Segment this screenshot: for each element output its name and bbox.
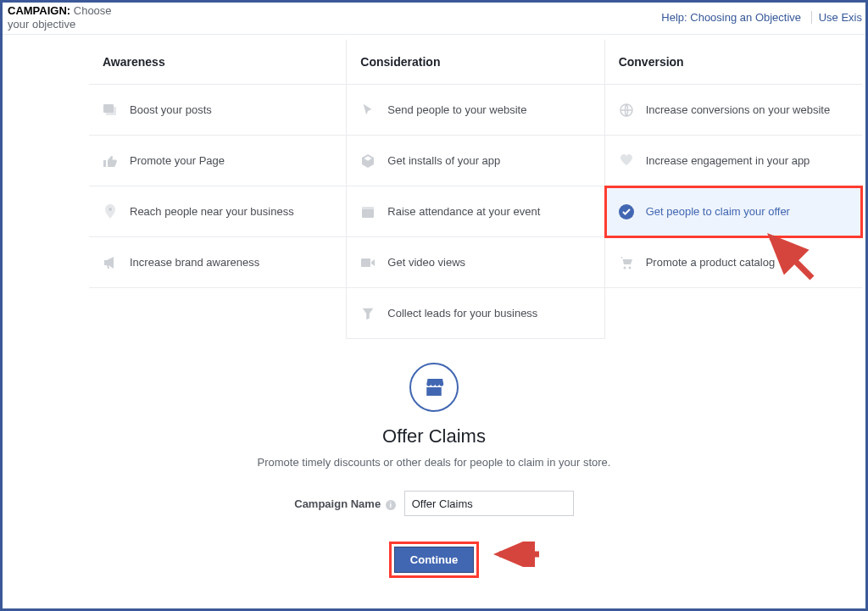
campaign-breadcrumb: CAMPAIGN: Choose your objective [8,4,135,31]
column-conversion: Conversion Increase conversions on your … [605,40,862,339]
option-app-engagement[interactable]: Increase engagement in your app [605,136,862,186]
option-label: Send people to your website [387,103,526,116]
campaign-label: CAMPAIGN: [8,4,70,17]
boost-post-icon [101,101,120,119]
option-promote-page[interactable]: Promote your Page [89,136,346,186]
option-label: Get people to claim your offer [646,205,790,218]
option-label: Promote a product catalog [646,256,775,269]
top-bar: CAMPAIGN: Choose your objective Help: Ch… [3,3,865,35]
detail-subtitle: Promote timely discounts or other deals … [3,456,865,469]
option-label: Get video views [387,256,465,269]
column-header-consideration: Consideration [347,40,604,85]
box-icon [359,152,377,170]
help-link[interactable]: Help: Choosing an Objective [654,11,801,24]
detail-title: Offer Claims [3,425,865,447]
option-collect-leads[interactable]: Collect leads for your business [347,288,604,339]
cart-icon [617,253,636,272]
column-header-conversion: Conversion [605,40,862,85]
option-brand-awareness[interactable]: Increase brand awareness [89,237,346,288]
option-label: Promote your Page [130,154,225,167]
globe-icon [617,101,636,119]
svg-rect-5 [361,258,370,267]
store-icon [409,363,459,412]
info-icon[interactable]: i [386,500,396,510]
column-consideration: Consideration Send people to your websit… [347,40,604,339]
option-app-installs[interactable]: Get installs of your app [347,136,604,186]
app-engage-icon [617,152,636,170]
campaign-name-input[interactable] [404,491,574,516]
option-website-conversions[interactable]: Increase conversions on your website [605,85,862,136]
objective-detail: Offer Claims Promote timely discounts or… [3,363,865,578]
option-label: Reach people near your business [130,205,294,218]
svg-rect-4 [362,207,374,209]
calendar-icon [359,203,377,221]
campaign-name-row: Campaign Name i [3,491,865,516]
objective-grid: Awareness Boost your posts Promote your … [89,40,862,339]
svg-point-2 [108,207,112,210]
svg-rect-1 [106,107,116,115]
campaign-name-label: Campaign Name i [294,497,396,510]
funnel-icon [359,304,377,323]
option-label: Increase engagement in your app [646,154,810,167]
option-video-views[interactable]: Get video views [347,237,604,288]
option-label: Collect leads for your business [387,307,537,319]
video-icon [359,253,377,272]
option-reach-near[interactable]: Reach people near your business [89,186,346,237]
option-label: Get installs of your app [387,154,500,167]
option-claim-offer[interactable]: Get people to claim your offer [605,186,862,237]
column-awareness: Awareness Boost your posts Promote your … [89,40,347,339]
svg-point-9 [628,266,631,269]
option-product-catalog[interactable]: Promote a product catalog [605,237,862,288]
option-label: Increase conversions on your website [646,103,831,116]
location-pin-icon [101,203,120,221]
use-existing-link[interactable]: Use Exis [811,11,862,24]
option-label: Raise attendance at your event [387,205,540,218]
thumb-up-icon [101,152,120,170]
option-label: Increase brand awareness [130,256,259,269]
option-send-website[interactable]: Send people to your website [347,85,604,136]
column-header-awareness: Awareness [89,40,346,85]
continue-button[interactable]: Continue [394,547,474,573]
svg-point-8 [623,266,626,269]
check-circle-icon [617,203,636,221]
option-event-attendance[interactable]: Raise attendance at your event [347,186,604,237]
cursor-icon [359,101,377,119]
topbar-links: Help: Choosing an Objective Use Exis [648,11,862,24]
continue-highlight: Continue [389,542,479,578]
option-label: Boost your posts [130,103,212,116]
option-boost-posts[interactable]: Boost your posts [89,85,346,136]
megaphone-icon [101,253,120,272]
